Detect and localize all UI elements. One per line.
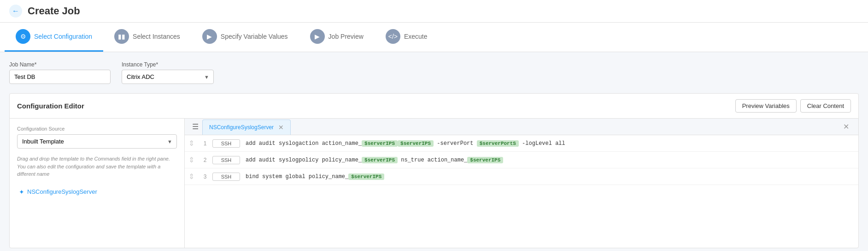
line-content-2: add audit syslogpolicy policy_name_$serv… bbox=[240, 157, 858, 163]
line-num-2: 2 bbox=[198, 157, 212, 163]
tab-icon-execute: </> bbox=[386, 29, 400, 44]
source-select-wrapper: Inbuilt Template Custom Template Script … bbox=[17, 134, 177, 149]
instance-type-select-wrapper: Citrix ADC NetScaler Other ▼ bbox=[122, 70, 214, 84]
source-select[interactable]: Inbuilt Template Custom Template Script bbox=[17, 134, 177, 149]
var-serverips-1a: $serverIPS bbox=[362, 140, 398, 147]
instance-type-label: Instance Type* bbox=[122, 61, 214, 68]
tab-select-configuration[interactable]: ⚙ Select Configuration bbox=[5, 23, 103, 52]
editor-close-button[interactable]: ✕ bbox=[838, 119, 855, 135]
line-num-1: 1 bbox=[198, 140, 212, 147]
tab-icon-instances: ▮▮ bbox=[114, 29, 129, 44]
editor-panel: ☰ NSConfigureSyslogServer ✕ ✕ ⇕ 1 SSH bbox=[185, 119, 858, 248]
editor-tab-bar: ☰ NSConfigureSyslogServer ✕ ✕ bbox=[185, 119, 858, 135]
back-button[interactable]: ← bbox=[9, 5, 22, 18]
line-type-select-3[interactable]: SSH SCP bbox=[212, 173, 240, 181]
config-body: Configuration Source Inbuilt Template Cu… bbox=[10, 119, 858, 248]
var-serverips-3: $serverIPS bbox=[348, 173, 384, 180]
var-serverips-2a: $serverIPS bbox=[362, 157, 398, 163]
tab-icon-configuration: ⚙ bbox=[16, 29, 30, 44]
tab-select-instances[interactable]: ▮▮ Select Instances bbox=[103, 23, 191, 52]
editor-active-tab[interactable]: NSConfigureSyslogServer ✕ bbox=[202, 120, 291, 135]
tab-label-preview: Job Preview bbox=[328, 33, 364, 40]
template-item-label: NSConfigureSyslogServer bbox=[27, 188, 97, 195]
job-name-input[interactable] bbox=[9, 70, 111, 84]
instance-type-select[interactable]: Citrix ADC NetScaler Other bbox=[122, 70, 214, 84]
page-title: Create Job bbox=[28, 5, 80, 17]
job-name-group: Job Name* bbox=[9, 61, 111, 84]
hamburger-icon[interactable]: ☰ bbox=[188, 119, 202, 135]
tab-icon-preview: ▶ bbox=[310, 29, 325, 44]
line-type-select-1[interactable]: SSH SCP bbox=[212, 139, 240, 148]
config-source-panel: Configuration Source Inbuilt Template Cu… bbox=[10, 119, 185, 248]
var-serverips-1b: $serverIPS bbox=[398, 140, 434, 147]
config-editor-header: Configuration Editor Preview Variables C… bbox=[10, 94, 858, 119]
line-num-3: 3 bbox=[198, 173, 212, 180]
editor-tab-label: NSConfigureSyslogServer bbox=[209, 124, 274, 131]
tab-icon-variables: ▶ bbox=[202, 29, 217, 44]
wizard-tabs: ⚙ Select Configuration ▮▮ Select Instanc… bbox=[0, 23, 868, 52]
tab-label-execute: Execute bbox=[404, 33, 428, 40]
main-content: Job Name* Instance Type* Citrix ADC NetS… bbox=[0, 52, 868, 251]
header-buttons: Preview Variables Clear Content bbox=[735, 99, 851, 113]
line-content-1: add audit syslogaction action_name_$serv… bbox=[240, 140, 858, 147]
code-line-2: ⇕ 2 SSH SCP add audit syslogpolicy polic… bbox=[185, 152, 858, 168]
help-text: Drag and drop the template to the Comman… bbox=[17, 155, 177, 178]
editor-tab-close[interactable]: ✕ bbox=[278, 124, 284, 131]
tab-label-configuration: Select Configuration bbox=[34, 33, 92, 40]
tab-label-variables: Specify Variable Values bbox=[221, 33, 288, 40]
form-row: Job Name* Instance Type* Citrix ADC NetS… bbox=[9, 61, 859, 84]
config-editor: Configuration Editor Preview Variables C… bbox=[9, 93, 859, 248]
instance-type-group: Instance Type* Citrix ADC NetScaler Othe… bbox=[122, 61, 214, 84]
line-type-select-2[interactable]: SSH SCP bbox=[212, 156, 240, 164]
line-drag-2[interactable]: ⇕ bbox=[185, 155, 198, 164]
tab-execute[interactable]: </> Execute bbox=[375, 23, 439, 52]
source-label: Configuration Source bbox=[17, 126, 177, 131]
code-area: ⇕ 1 SSH SCP add audit syslogaction actio… bbox=[185, 135, 858, 248]
config-editor-title: Configuration Editor bbox=[17, 102, 84, 110]
template-item-icon: ✦ bbox=[19, 188, 24, 196]
tab-label-instances: Select Instances bbox=[133, 33, 180, 40]
page-header: ← Create Job bbox=[0, 0, 868, 23]
line-drag-3[interactable]: ⇕ bbox=[185, 172, 198, 181]
code-line-1: ⇕ 1 SSH SCP add audit syslogaction actio… bbox=[185, 135, 858, 152]
code-line-3: ⇕ 3 SSH SCP bind system global policy_na… bbox=[185, 168, 858, 185]
tab-specify-variables[interactable]: ▶ Specify Variable Values bbox=[191, 23, 299, 52]
template-item[interactable]: ✦ NSConfigureSyslogServer bbox=[17, 185, 177, 198]
var-serverips-2b: $serverIPS bbox=[467, 157, 503, 163]
line-drag-1[interactable]: ⇕ bbox=[185, 139, 198, 148]
job-name-label: Job Name* bbox=[9, 61, 111, 68]
clear-content-button[interactable]: Clear Content bbox=[800, 99, 851, 113]
line-content-3: bind system global policy_name_$serverIP… bbox=[240, 173, 858, 180]
preview-variables-button[interactable]: Preview Variables bbox=[735, 99, 797, 113]
tab-job-preview[interactable]: ▶ Job Preview bbox=[299, 23, 375, 52]
var-serverports-1: $serverPortS bbox=[477, 140, 519, 147]
